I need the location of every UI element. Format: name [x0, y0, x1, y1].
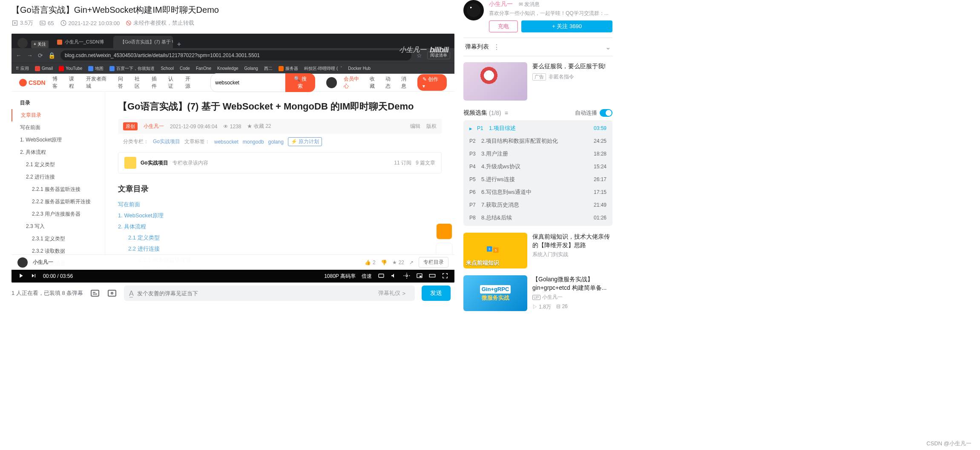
send-button[interactable]: 发送	[422, 286, 451, 301]
article-footer-bar: 小生凡一 👍 2 👎 ★ 22 ↗ 专栏目录	[11, 254, 454, 270]
pip-icon[interactable]	[416, 272, 423, 280]
ad-card[interactable]: 要么征服我，要么臣服于我! 广告 非匿名指令	[463, 62, 612, 101]
recommendation-card[interactable]: 35 来点前端知识 保真前端知识，技术大佬亲传的【降维开发】思路 系统入门到实战	[463, 233, 612, 268]
video-player[interactable]: + 关注 小生凡一_CSDN博 【Go语言实战】(7) 基于 WebS× + ←…	[11, 34, 454, 283]
svg-text:5: 5	[495, 249, 497, 252]
csdn-search: 🔍 搜索	[210, 73, 315, 92]
play-button[interactable]	[17, 272, 24, 280]
plan-badge: ⚡ 原力计划	[288, 137, 322, 146]
charge-button[interactable]: 充电	[489, 20, 518, 32]
more-icon[interactable]: ⋮	[493, 43, 500, 51]
ad-image	[463, 62, 527, 101]
profile-circle	[17, 38, 28, 48]
uploader-card: 小生凡一 ✉ 发消息 喜欢分享一些小知识，一起学哇！QQ学习交流群：... 充电…	[463, 0, 612, 32]
message-button[interactable]: ✉ 发消息	[519, 1, 540, 8]
csdn-sidebar-item: 2.2.1 服务器监听连接	[11, 183, 105, 196]
fullscreen-icon[interactable]	[442, 272, 448, 280]
toc-heading: 文章目录	[118, 184, 442, 194]
stat-time: 2021-12-22 10:03:00	[60, 20, 120, 26]
playlist-header: 视频选集 (1/8) ≡ 自动连播	[463, 109, 612, 117]
next-button[interactable]	[30, 272, 37, 280]
watching-text: 1 人正在看，已装填 8 条弹幕	[11, 289, 83, 297]
column-toc-button: 专栏目录	[419, 257, 448, 268]
toc-link: 1. WebSocket原理	[118, 210, 442, 221]
browser-tab-1: 小生凡一_CSDN博	[53, 36, 112, 48]
video-title: 【Go语言实战】Gin+WebSocket构建IM即时聊天Demo	[11, 4, 455, 16]
svg-rect-0	[40, 21, 45, 25]
csdn-sidebar-item: 写在前面	[11, 121, 105, 134]
footer-avatar	[17, 257, 28, 268]
nav-reload-icon: ⟳	[38, 52, 43, 59]
csdn-sidebar-item: 2.2 进行连接	[11, 171, 105, 183]
article-title: 【Go语言实战】(7) 基于 WebSocket + MongoDB 的IM即时…	[118, 100, 442, 113]
csdn-sidebar-item: 2.2.2 服务器监听断开连接	[11, 196, 105, 208]
csdn-sidebar-item: 2.3.1 定义类型	[11, 233, 105, 245]
volume-icon[interactable]	[391, 272, 397, 280]
svg-rect-11	[108, 290, 116, 296]
svg-rect-5	[379, 274, 384, 277]
column-icon	[124, 157, 136, 169]
recommendation-card[interactable]: Gin+gRPC 微服务实战 【Golang微服务实战】gin+grpc+etc…	[463, 275, 612, 311]
browser-chrome: + 关注 小生凡一_CSDN博 【Go语言实战】(7) 基于 WebS× + ←…	[11, 34, 454, 63]
speed-button[interactable]: 倍速	[362, 273, 372, 280]
font-style-icon[interactable]: A̲	[129, 289, 134, 297]
video-stats: 3.5万 65 2021-12-22 10:03:00 未经作者授权，禁止转载	[11, 19, 455, 27]
time-display: 00:00 / 03:56	[43, 273, 73, 279]
settings-icon[interactable]	[403, 272, 410, 280]
player-controls[interactable]: 00:00 / 03:56 1080P 高码率 倍速	[11, 270, 454, 283]
svg-rect-8	[420, 276, 422, 277]
danmu-settings-icon[interactable]	[107, 288, 117, 298]
quality-button[interactable]: 1080P 高码率	[324, 273, 356, 280]
chevron-down-icon[interactable]: ⌄	[605, 43, 611, 51]
csdn-create-button: ✎ 创作 ▾	[417, 74, 447, 91]
playlist-item[interactable]: P77.获取历史消息21:49	[463, 199, 612, 211]
danmu-input[interactable]	[137, 290, 374, 297]
rec-thumbnail: 35 来点前端知识	[463, 233, 527, 268]
playlist: ▸P11.项目综述03:59P22.项目结构和数据库配置初始化24:25P33.…	[463, 120, 612, 226]
playlist-item[interactable]: P88.总结&后续01:26	[463, 211, 612, 224]
csdn-avatar	[326, 77, 337, 88]
footer-credit: CSDN @小生凡一	[926, 440, 971, 447]
ad-title: 要么征服我，要么臣服于我!	[532, 62, 612, 71]
playing-icon: ▸	[469, 125, 475, 132]
playlist-item[interactable]: P33.用户注册18:28	[463, 147, 612, 160]
ad-badge: 广告	[532, 73, 546, 81]
list-icon[interactable]: ≡	[505, 110, 508, 116]
subtitle-icon[interactable]	[378, 272, 385, 280]
nav-fwd-icon: →	[27, 52, 33, 59]
toc-link: 2. 具体流程	[118, 221, 442, 232]
widescreen-icon[interactable]	[429, 272, 436, 280]
danmu-etiquette[interactable]: 弹幕礼仪 >	[378, 289, 405, 297]
new-tab-icon: +	[177, 40, 181, 48]
uploader-avatar[interactable]	[463, 0, 484, 20]
repost-warning: 未经作者授权，禁止转载	[126, 19, 194, 27]
playlist-item[interactable]: P44.升级成ws协议15:24	[463, 160, 612, 173]
fav-stat: ★ 22	[392, 260, 404, 265]
playlist-item[interactable]: P55.进行ws连接26:17	[463, 173, 612, 186]
playlist-item[interactable]: P22.项目结构和数据库配置初始化24:25	[463, 135, 612, 147]
uploader-desc: 喜欢分享一些小知识，一起学哇！QQ学习交流群：...	[489, 10, 612, 17]
like-stat: 👍 2	[365, 260, 376, 265]
csdn-page: CSDN 博客 课程 开发者商城 问答 社区 插件 认证 开源 🔍 搜索 会	[11, 74, 454, 270]
danmu-list-header[interactable]: 弹幕列表 ⋮ ⌄	[463, 38, 612, 56]
playlist-item[interactable]: P66.写信息到ws通道中17:15	[463, 186, 612, 199]
uploader-name[interactable]: 小生凡一	[489, 0, 513, 7]
toc-link: 2.2 进行连接	[118, 243, 442, 254]
svg-rect-10	[91, 290, 99, 296]
autoplay-switch[interactable]	[600, 109, 612, 117]
article-author: 小生凡一	[144, 123, 164, 130]
svg-point-12	[111, 292, 113, 294]
up-badge: UP	[532, 295, 540, 300]
forbid-icon	[126, 20, 132, 26]
rec-views: ▷ 1.8万	[532, 303, 551, 311]
danmu-toggle-icon[interactable]	[90, 288, 100, 298]
playlist-item[interactable]: ▸P11.项目综述03:59	[463, 122, 612, 135]
toc-link: 2.1 定义类型	[118, 232, 442, 243]
toc-link: 写在前面	[118, 199, 442, 210]
csdn-sidebar-item: 2. 具体流程	[11, 146, 105, 159]
csdn-sidebar-item: 2.1 定义类型	[11, 159, 105, 171]
follow-button[interactable]: + 关注 3690	[521, 20, 612, 32]
follow-pill: + 关注	[31, 40, 49, 48]
play-icon	[11, 20, 18, 26]
danmaku-icon	[39, 20, 46, 26]
